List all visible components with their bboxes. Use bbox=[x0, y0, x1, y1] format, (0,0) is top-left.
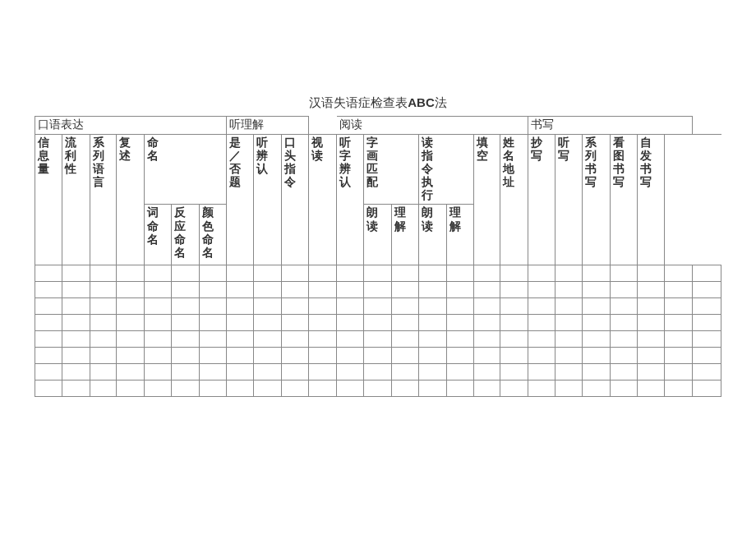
section-oral: 口语表达 bbox=[35, 117, 227, 135]
col-series-w: 系列书写 bbox=[582, 135, 611, 265]
section-write: 书写 bbox=[528, 117, 693, 135]
col-oral-cmd: 口头指令 bbox=[281, 135, 308, 265]
title-method: ABC bbox=[408, 95, 435, 109]
col-naming-resp: 反应命名 bbox=[172, 205, 199, 265]
table-row bbox=[35, 282, 721, 298]
section-gap2 bbox=[693, 117, 721, 135]
table-row bbox=[35, 265, 721, 282]
title-prefix: 汉语失语症检查表 bbox=[309, 96, 408, 109]
table-row bbox=[35, 364, 721, 380]
header-row-1: 信息量 流利性 系列语言 复述 命名 是／否题 听辨认 口头指令 视读 听字辨认… bbox=[35, 135, 721, 205]
section-row: 口语表达 听理解 阅读 书写 bbox=[35, 117, 721, 135]
col-charpic-read: 朗读 bbox=[364, 205, 391, 265]
col-fluency: 流利性 bbox=[62, 135, 90, 265]
col-fill: 填空 bbox=[473, 135, 500, 265]
table-row bbox=[35, 331, 721, 348]
col-copy: 抄写 bbox=[528, 135, 555, 265]
col-charpic-comp: 理解 bbox=[391, 205, 418, 265]
section-listen: 听理解 bbox=[226, 117, 308, 135]
col-vis-read: 视读 bbox=[309, 135, 336, 265]
table-row bbox=[35, 298, 721, 315]
col-cmd-read: 朗读 bbox=[419, 205, 446, 265]
col-char-pic: 字画匹配 bbox=[364, 135, 419, 205]
section-gap1 bbox=[309, 117, 336, 135]
col-dictation: 听写 bbox=[555, 135, 582, 265]
col-info: 信息量 bbox=[35, 135, 62, 265]
col-aud-recog: 听辨认 bbox=[254, 135, 281, 265]
title-suffix: 法 bbox=[435, 96, 447, 109]
col-name-addr: 姓名地址 bbox=[500, 135, 528, 265]
col-pic-write: 看图书写 bbox=[611, 135, 638, 265]
col-char-recog: 听字辨认 bbox=[336, 135, 363, 265]
col-naming: 命名 bbox=[144, 135, 226, 205]
col-naming-color: 颜色命名 bbox=[199, 205, 226, 265]
aphasia-table: 口语表达 听理解 阅读 书写 信息量 流利性 系列语言 复述 命名 是／否题 听… bbox=[35, 116, 721, 397]
table-row bbox=[35, 315, 721, 331]
col-cmd-comp: 理解 bbox=[446, 205, 473, 265]
col-spont: 自发书写 bbox=[638, 135, 664, 265]
col-series: 系列语言 bbox=[90, 135, 116, 265]
col-naming-word: 词命名 bbox=[144, 205, 171, 265]
table-row bbox=[35, 348, 721, 364]
section-read: 阅读 bbox=[336, 117, 528, 135]
page-title: 汉语失语症检查表ABC法 bbox=[35, 95, 721, 111]
col-yesno: 是／否题 bbox=[226, 135, 253, 265]
col-repeat: 复述 bbox=[117, 135, 144, 265]
page: 汉语失语症检查表ABC法 口语表达 听理解 阅读 书写 信息量 流利性 系列语言… bbox=[0, 0, 756, 535]
col-read-cmd: 读指令执行 bbox=[419, 135, 474, 205]
table-row bbox=[35, 380, 721, 397]
